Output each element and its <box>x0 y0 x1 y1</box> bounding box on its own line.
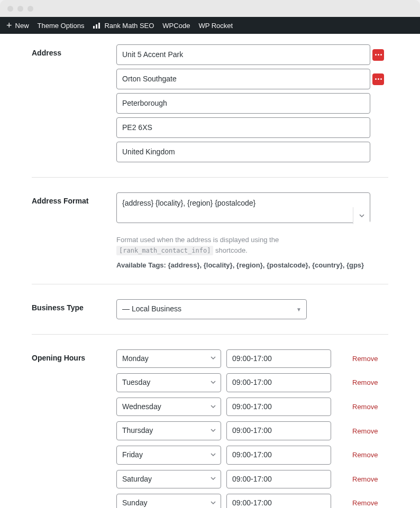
remove-link[interactable]: Remove <box>352 355 378 363</box>
hours-row: WednesdayRemove <box>116 398 388 417</box>
hours-rows: MondayRemoveTuesdayRemoveWednesdayRemove… <box>116 349 388 508</box>
divider <box>32 334 388 335</box>
day-select[interactable]: Tuesday <box>116 373 221 392</box>
time-input[interactable] <box>226 470 331 489</box>
svg-rect-2 <box>98 23 100 29</box>
hours-row: SundayRemove <box>116 494 388 508</box>
day-select-wrap: Monday <box>116 349 221 368</box>
window-minimize-dot[interactable] <box>17 6 23 12</box>
day-select-wrap: Tuesday <box>116 373 221 392</box>
address-format-fields: {address} {locality}, {region} {postalco… <box>116 192 388 269</box>
more-icon[interactable] <box>372 73 384 85</box>
opening-hours-row: Opening Hours MondayRemoveTuesdayRemoveW… <box>32 349 388 508</box>
window-close-dot[interactable] <box>7 6 13 12</box>
opening-hours-fields: MondayRemoveTuesdayRemoveWednesdayRemove… <box>116 349 388 508</box>
admin-bar-label: WPCode <box>162 22 190 30</box>
expand-handle[interactable] <box>353 207 370 224</box>
address-format-help: Format used when the address is displaye… <box>116 235 370 255</box>
remove-link[interactable]: Remove <box>352 499 378 507</box>
day-select-wrap: Saturday <box>116 470 221 489</box>
business-type-label: Business Type <box>32 299 116 312</box>
business-type-row: Business Type — Local Business ▼ <box>32 299 388 319</box>
address-row: Address <box>32 44 388 162</box>
time-input[interactable] <box>226 349 331 368</box>
help-prefix: Format used when the address is displaye… <box>116 236 279 244</box>
window-maximize-dot[interactable] <box>28 6 33 12</box>
admin-bar-label: Rank Math SEO <box>104 22 154 30</box>
day-select-wrap: Friday <box>116 446 221 465</box>
help-suffix: shortcode. <box>215 246 248 254</box>
address-format-textarea-wrap: {address} {locality}, {region} {postalco… <box>116 192 370 225</box>
admin-bar-label: WP Rocket <box>198 22 233 30</box>
address-line-wrap <box>116 117 388 138</box>
day-select[interactable]: Sunday <box>116 494 221 508</box>
window-titlebar <box>0 0 420 17</box>
address-line-input[interactable] <box>116 117 370 138</box>
day-select[interactable]: Saturday <box>116 470 221 489</box>
address-line-wrap <box>116 142 388 162</box>
svg-rect-1 <box>96 24 97 29</box>
hours-row: TuesdayRemove <box>116 373 388 392</box>
chevron-down-icon <box>359 213 365 219</box>
business-type-select-wrap: — Local Business ▼ <box>116 299 307 319</box>
admin-bar-new-label: New <box>15 22 29 30</box>
divider <box>32 177 388 178</box>
window-frame: + New Theme Options Rank Math SEO WPCode… <box>0 0 420 508</box>
time-input[interactable] <box>226 421 331 440</box>
admin-bar-wpcode[interactable]: WPCode <box>162 22 190 30</box>
time-input[interactable] <box>226 373 331 392</box>
day-select[interactable]: Wednesday <box>116 398 221 417</box>
remove-link[interactable]: Remove <box>352 451 378 459</box>
day-select-wrap: Sunday <box>116 494 221 508</box>
address-format-textarea[interactable]: {address} {locality}, {region} {postalco… <box>116 192 370 223</box>
address-format-label: Address Format <box>32 192 116 205</box>
hours-row: MondayRemove <box>116 349 388 368</box>
address-line-input[interactable] <box>116 44 370 65</box>
remove-link[interactable]: Remove <box>352 475 378 483</box>
content-panel: Address Address Format {address} {locali… <box>0 34 420 508</box>
admin-bar-new[interactable]: + New <box>6 21 29 30</box>
address-line-wrap <box>116 93 388 114</box>
address-line-input[interactable] <box>116 142 370 162</box>
address-label: Address <box>32 44 116 57</box>
address-format-row: Address Format {address} {locality}, {re… <box>32 192 388 269</box>
day-select[interactable]: Thursday <box>116 421 221 440</box>
divider <box>32 284 388 284</box>
address-line-input[interactable] <box>116 93 370 114</box>
plus-icon: + <box>6 21 12 30</box>
day-select[interactable]: Monday <box>116 349 221 368</box>
help-code: [rank_math_contact_info] <box>116 246 213 255</box>
remove-link[interactable]: Remove <box>352 403 378 411</box>
time-input[interactable] <box>226 398 331 417</box>
admin-bar-theme-options[interactable]: Theme Options <box>38 22 85 30</box>
business-type-fields: — Local Business ▼ <box>116 299 388 319</box>
day-select-wrap: Wednesday <box>116 398 221 417</box>
address-fields <box>116 44 388 162</box>
hours-row: ThursdayRemove <box>116 421 388 440</box>
time-input[interactable] <box>226 494 331 508</box>
remove-link[interactable]: Remove <box>352 378 378 386</box>
day-select-wrap: Thursday <box>116 421 221 440</box>
hours-row: SaturdayRemove <box>116 470 388 489</box>
business-type-select[interactable]: — Local Business <box>116 299 307 319</box>
svg-rect-0 <box>93 26 95 29</box>
address-line-input[interactable] <box>116 69 370 89</box>
admin-bar: + New Theme Options Rank Math SEO WPCode… <box>0 17 420 34</box>
more-icon[interactable] <box>372 49 384 61</box>
admin-bar-label: Theme Options <box>38 22 85 30</box>
rank-math-icon <box>93 22 101 29</box>
remove-link[interactable]: Remove <box>352 427 378 435</box>
day-select[interactable]: Friday <box>116 446 221 465</box>
admin-bar-rank-math[interactable]: Rank Math SEO <box>93 22 154 30</box>
address-line-wrap <box>116 69 388 89</box>
hours-row: FridayRemove <box>116 446 388 465</box>
opening-hours-label: Opening Hours <box>32 349 116 362</box>
admin-bar-wprocket[interactable]: WP Rocket <box>198 22 233 30</box>
available-tags: Available Tags: {address}, {locality}, {… <box>116 261 388 269</box>
time-input[interactable] <box>226 446 331 465</box>
address-line-wrap <box>116 44 388 65</box>
